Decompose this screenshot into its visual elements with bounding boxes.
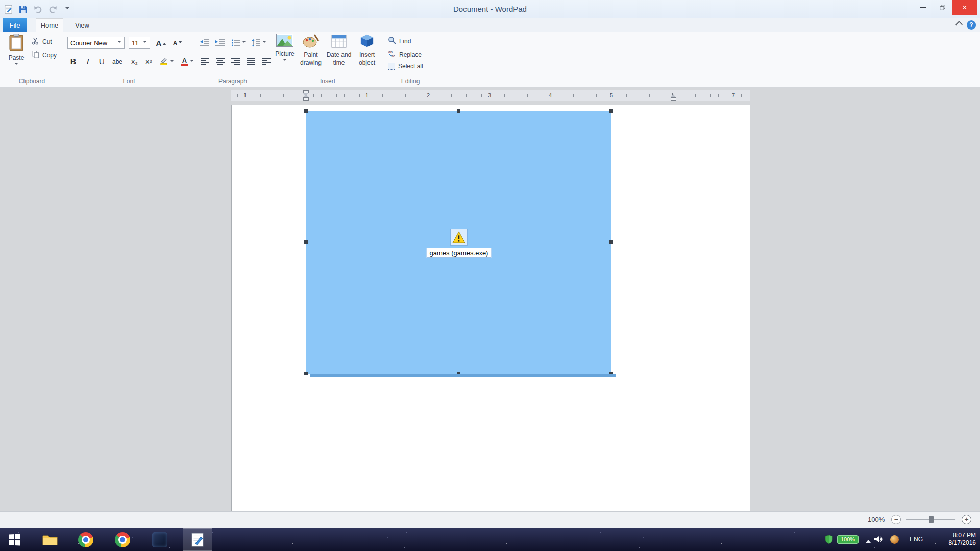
taskbar-wordpad-button[interactable] bbox=[183, 528, 212, 551]
selection-handle[interactable] bbox=[457, 109, 460, 113]
right-indent-marker[interactable] bbox=[671, 97, 676, 101]
superscript-button[interactable]: X² bbox=[142, 55, 155, 68]
tray-volume-icon[interactable] bbox=[874, 535, 883, 545]
ruler-number: 4 bbox=[547, 92, 553, 99]
selection-handle[interactable] bbox=[609, 240, 613, 244]
bullet-list-icon bbox=[231, 39, 240, 47]
font-size-select[interactable]: 11 bbox=[129, 37, 150, 49]
tab-home[interactable]: Home bbox=[36, 18, 63, 32]
zoom-in-button[interactable]: + bbox=[962, 515, 971, 524]
picture-icon bbox=[276, 34, 293, 49]
wordpad-icon bbox=[190, 533, 205, 547]
ribbon: Paste Cut Copy Clipboard Courier New 11 … bbox=[0, 32, 980, 88]
close-button[interactable]: × bbox=[952, 0, 977, 15]
taskbar: 100% ENG 8:07 PM 8/17/2016 bbox=[0, 528, 980, 551]
selection-handle[interactable] bbox=[304, 240, 308, 244]
font-family-select[interactable]: Courier New bbox=[67, 37, 125, 49]
clipboard-group-label: Clipboard bbox=[0, 78, 64, 85]
tray-planet-icon[interactable] bbox=[890, 535, 899, 544]
align-left-icon bbox=[201, 58, 209, 65]
decrease-indent-button[interactable] bbox=[198, 37, 211, 49]
bold-button[interactable]: B bbox=[66, 55, 80, 68]
ruler-number: 5 bbox=[608, 92, 615, 99]
insert-picture-button[interactable]: Picture bbox=[273, 34, 297, 63]
paragraph-dialog-icon bbox=[262, 58, 271, 65]
arrow-down-icon bbox=[178, 41, 182, 45]
zoom-out-button[interactable]: − bbox=[891, 515, 901, 524]
tray-time: 8:07 PM bbox=[934, 532, 976, 539]
zoom-slider-thumb[interactable] bbox=[929, 516, 934, 523]
tab-view[interactable]: View bbox=[69, 18, 95, 32]
bold-icon: B bbox=[70, 57, 77, 66]
align-right-button[interactable] bbox=[229, 55, 242, 67]
dark-app-icon bbox=[152, 532, 167, 547]
tray-language-indicator[interactable]: ENG bbox=[910, 536, 923, 543]
highlighter-icon bbox=[160, 57, 168, 67]
embedded-object[interactable]: games (games.exe) bbox=[306, 111, 611, 374]
tray-health-shield-icon[interactable] bbox=[825, 535, 833, 546]
taskbar-file-explorer-button[interactable] bbox=[37, 528, 63, 551]
paragraph-group-label: Paragraph bbox=[194, 78, 272, 85]
align-center-button[interactable] bbox=[213, 55, 227, 67]
restore-button[interactable] bbox=[933, 0, 951, 15]
paste-button[interactable]: Paste bbox=[4, 34, 29, 67]
warning-triangle-icon bbox=[452, 231, 465, 243]
tray-battery-indicator[interactable]: 100% bbox=[837, 535, 859, 544]
ruler[interactable]: 1 1 2 3 4 5 7 bbox=[231, 90, 750, 101]
cut-button[interactable]: Cut bbox=[32, 37, 52, 46]
list-button[interactable] bbox=[230, 37, 247, 49]
strikethrough-button[interactable]: abe bbox=[109, 55, 126, 68]
grow-font-button[interactable]: A bbox=[154, 36, 168, 49]
line-spacing-button[interactable] bbox=[250, 37, 267, 49]
paragraph-dialog-button[interactable] bbox=[259, 55, 273, 67]
underline-button[interactable]: U bbox=[95, 55, 108, 68]
left-indent-marker[interactable] bbox=[303, 97, 309, 101]
zoom-level: 100% bbox=[868, 512, 885, 528]
ruler-number: 1 bbox=[364, 92, 370, 99]
highlight-color-button[interactable] bbox=[157, 55, 177, 68]
tab-file[interactable]: File bbox=[3, 18, 27, 32]
taskbar-dark-app-button[interactable] bbox=[146, 528, 173, 551]
window-title: Document - WordPad bbox=[0, 0, 980, 18]
insert-object-button[interactable]: Insert object bbox=[355, 34, 379, 66]
selection-handle[interactable] bbox=[304, 372, 308, 375]
selection-handle[interactable] bbox=[304, 109, 308, 113]
ruler-number: 3 bbox=[486, 92, 493, 99]
select-all-button[interactable]: Select all bbox=[388, 63, 423, 70]
justify-icon bbox=[247, 58, 255, 65]
paint-drawing-button[interactable]: Paint drawing bbox=[298, 34, 324, 66]
subscript-button[interactable]: X₂ bbox=[128, 55, 141, 68]
copy-button[interactable]: Copy bbox=[32, 51, 57, 60]
chevron-down-icon bbox=[262, 41, 266, 45]
tray-show-hidden-icons-button[interactable] bbox=[866, 537, 871, 543]
date-and-time-button[interactable]: Date and time bbox=[325, 34, 353, 66]
titlebar: Document - WordPad × bbox=[0, 0, 980, 18]
ruler-number: 7 bbox=[730, 92, 737, 99]
tray-clock[interactable]: 8:07 PM 8/17/2016 bbox=[934, 532, 976, 547]
align-center-icon bbox=[216, 58, 225, 65]
minimize-button[interactable] bbox=[914, 0, 932, 15]
taskbar-chrome-2-button[interactable] bbox=[109, 528, 136, 551]
chevron-down-icon bbox=[242, 41, 246, 45]
close-icon: × bbox=[962, 4, 967, 12]
chevron-down-icon bbox=[283, 59, 287, 63]
shrink-font-button[interactable]: A bbox=[170, 36, 185, 49]
font-color-button[interactable]: A bbox=[179, 55, 196, 68]
collapse-ribbon-button[interactable] bbox=[957, 22, 962, 27]
selection-handle[interactable] bbox=[609, 109, 613, 113]
find-button[interactable]: Find bbox=[388, 36, 411, 46]
object-shadow bbox=[310, 374, 616, 377]
replace-button[interactable]: abac Replace bbox=[388, 49, 422, 59]
increase-indent-button[interactable] bbox=[213, 37, 227, 49]
italic-icon: I bbox=[86, 57, 89, 66]
start-button[interactable] bbox=[2, 528, 27, 551]
games-exe-file-icon[interactable] bbox=[450, 229, 468, 246]
help-button[interactable]: ? bbox=[967, 20, 976, 30]
italic-button[interactable]: I bbox=[81, 55, 94, 68]
select-all-label: Select all bbox=[398, 63, 423, 70]
align-left-button[interactable] bbox=[198, 55, 211, 67]
document-page[interactable]: games (games.exe) bbox=[231, 105, 750, 511]
taskbar-chrome-button[interactable] bbox=[72, 528, 99, 551]
object-cube-icon bbox=[359, 34, 375, 50]
justify-button[interactable] bbox=[244, 55, 257, 67]
